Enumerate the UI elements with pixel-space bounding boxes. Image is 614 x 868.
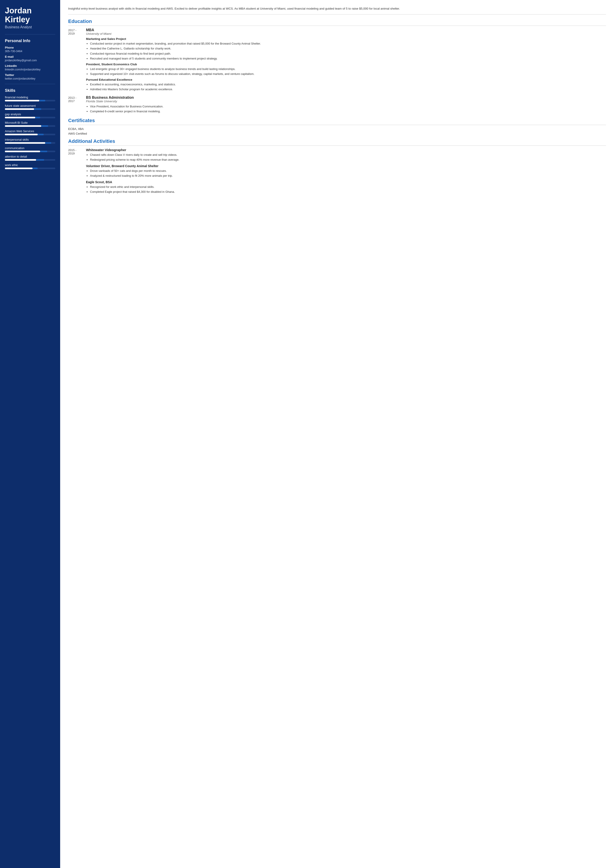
candidate-title: Business Analyst (5, 25, 55, 29)
edu-subheading: President, Student Economics Club (86, 63, 606, 66)
activity-bullets: Recognized for work ethic and interperso… (86, 185, 606, 194)
bullet-item: Redesigned pricing scheme to reap 40% mo… (90, 158, 606, 162)
summary-text: Insightful entry-level business analyst … (68, 6, 606, 14)
edu-degree: MBA (86, 28, 606, 32)
bullet-item: Vice President, Association for Business… (90, 104, 606, 109)
skill-name: gap analysis (5, 113, 55, 116)
bullet-item: Conducted rigorous financial modeling to… (90, 51, 606, 56)
main-content: Insightful entry-level business analyst … (60, 0, 614, 868)
skill-bar (5, 142, 55, 144)
skill-bar (5, 159, 55, 161)
skill-item: attention to detail (5, 155, 55, 161)
activities-list: 2015 -2019 Whitewater Videographer Chase… (68, 148, 606, 195)
linkedin-value: linkedin.com/in/jordanzkirtley (5, 68, 55, 71)
bullet-item: Recognized for work ethic and interperso… (90, 185, 606, 189)
education-list: 2017 -2019 MBA University of Miami Marke… (68, 28, 606, 115)
skill-name: interpersonal skills (5, 138, 55, 141)
bullet-item: Drove vanloads of 50+ cats and dogs per … (90, 169, 606, 173)
bullet-item: Excelled in accounting, macroeconomics, … (90, 82, 606, 87)
certificate-entry: AWS Certified (68, 132, 606, 135)
edu-subheading: Marketing and Sales Project (86, 37, 606, 40)
bullet-item: Completed Eagle project that raised $4,3… (90, 189, 606, 194)
skill-bar (5, 108, 55, 110)
skill-name: financial modeling (5, 96, 55, 99)
edu-bullets: Conducted senior project in market segme… (86, 42, 606, 61)
activity-bullets: Drove vanloads of 50+ cats and dogs per … (86, 169, 606, 178)
skill-item: Amazon Web Services (5, 129, 55, 135)
skills-list: financial modeling future state assessme… (5, 96, 55, 169)
edu-content: MBA University of Miami Marketing and Sa… (86, 28, 606, 93)
skill-bar (5, 134, 55, 135)
activity-content: Whitewater Videographer Chased rafts dow… (86, 148, 606, 195)
bullet-item: Led energetic group of 30+ engaged busin… (90, 67, 606, 71)
skill-name: attention to detail (5, 155, 55, 158)
edu-school: Florida State University (86, 99, 606, 103)
skill-item: Microsoft BI Suite (5, 121, 55, 127)
edu-bullets: Excelled in accounting, macroeconomics, … (86, 82, 606, 92)
certificates-heading: Certificates (68, 118, 606, 125)
activity-bullets: Chased rafts down Class V rivers daily t… (86, 153, 606, 162)
linkedin-label: LinkedIn (5, 64, 55, 68)
email-value: jordanzkirtley@gmail.com (5, 59, 55, 62)
bullet-item: Analyzed & restructured loading to fit 2… (90, 174, 606, 178)
edu-bullets: Led energetic group of 30+ engaged busin… (86, 67, 606, 76)
skill-item: gap analysis (5, 113, 55, 118)
skill-bar (5, 168, 55, 169)
email-label: E-mail (5, 55, 55, 58)
skill-name: communication (5, 146, 55, 150)
bullet-item: Supported and organized 10+ club events … (90, 72, 606, 76)
skill-name: future state assessment (5, 104, 55, 107)
bullet-item: Recruited and managed team of 5 students… (90, 56, 606, 61)
bullet-item: Completed 6-credit senior project in fin… (90, 109, 606, 114)
candidate-name: Jordan Kirtley (5, 6, 55, 24)
bullet-item: Chased rafts down Class V rivers daily t… (90, 153, 606, 157)
skill-bar (5, 125, 55, 127)
activity-row: 2015 -2019 Whitewater Videographer Chase… (68, 148, 606, 195)
certificate-entry: ECBA, IIBA (68, 127, 606, 130)
twitter-label: Twitter (5, 73, 55, 77)
skill-item: financial modeling (5, 96, 55, 101)
edu-content: BS Business Administration Florida State… (86, 96, 606, 115)
skill-name: Amazon Web Services (5, 129, 55, 133)
skill-bar (5, 151, 55, 152)
phone-label: Phone (5, 46, 55, 49)
education-entry: 2013 -2017 BS Business Administration Fl… (68, 96, 606, 115)
twitter-value: twitter.com/jordanzkirtley (5, 77, 55, 80)
edu-degree: BS Business Administration (86, 96, 606, 99)
skill-item: work ethic (5, 163, 55, 169)
activities-heading: Additional Activities (68, 138, 606, 146)
education-heading: Education (68, 19, 606, 26)
skills-heading: Skills (5, 88, 55, 93)
edu-school: University of Miami (86, 32, 606, 36)
sidebar: Jordan Kirtley Business Analyst Personal… (0, 0, 60, 868)
edu-bullets: Vice President, Association for Business… (86, 104, 606, 114)
activity-entry: 2015 -2019 Whitewater Videographer Chase… (68, 148, 606, 195)
edu-years: 2013 -2017 (68, 96, 86, 115)
activity-subheading: Eagle Scout, BSA (86, 180, 606, 184)
skill-item: communication (5, 146, 55, 152)
edu-subheading: Pursued Educational Excellence (86, 78, 606, 81)
activity-subheading: Volunteer Driver, Broward County Animal … (86, 164, 606, 168)
skill-bar (5, 117, 55, 118)
activity-title: Whitewater Videographer (86, 148, 606, 152)
bullet-item: Awarded the Catherine L. Gallardo schola… (90, 47, 606, 51)
skill-name: work ethic (5, 163, 55, 167)
bullet-item: Admitted into Masters Scholar program fo… (90, 87, 606, 92)
certificates-list: ECBA, IIBAAWS Certified (68, 127, 606, 135)
education-entry: 2017 -2019 MBA University of Miami Marke… (68, 28, 606, 93)
skill-bar (5, 100, 55, 101)
bullet-item: Conducted senior project in market segme… (90, 42, 606, 46)
skill-item: future state assessment (5, 104, 55, 110)
skill-name: Microsoft BI Suite (5, 121, 55, 124)
activity-years: 2015 -2019 (68, 148, 86, 195)
skill-item: interpersonal skills (5, 138, 55, 144)
edu-years: 2017 -2019 (68, 28, 86, 93)
personal-info-heading: Personal Info (5, 39, 55, 43)
phone-value: 305-730-3464 (5, 50, 55, 53)
